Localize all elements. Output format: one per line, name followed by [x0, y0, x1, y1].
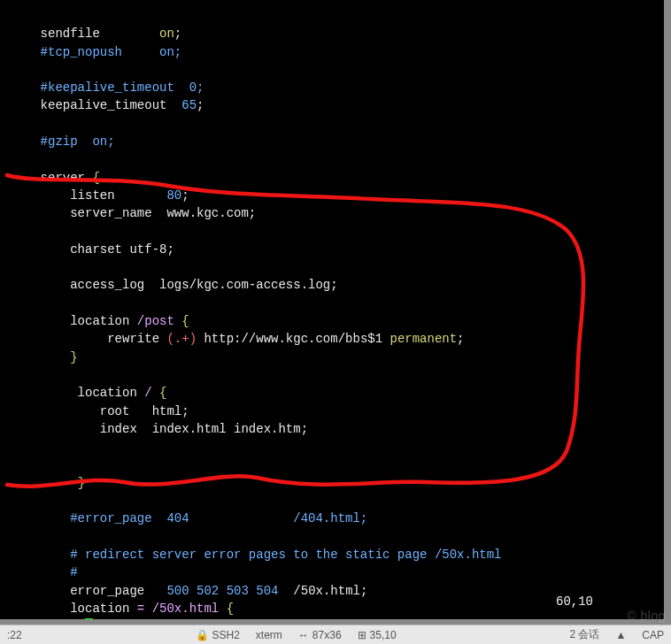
status-sessions: 2 会话: [569, 627, 599, 642]
code-number: 80: [166, 188, 181, 203]
grid-icon: ⊞: [358, 629, 366, 641]
code-line: rewrite: [11, 332, 166, 346]
code-path: /post: [137, 314, 181, 328]
status-term: xterm: [256, 629, 282, 641]
text-cursor: [85, 618, 93, 619]
code-comment: #tcp_nopush on;: [11, 45, 181, 59]
code-semicolon: ;: [181, 188, 189, 203]
code-comment: # redirect server error pages to the sta…: [11, 548, 502, 562]
code-semicolon: ;: [457, 332, 464, 346]
status-termsize: ↔ 87x36: [298, 629, 342, 641]
lock-icon: 🔒: [196, 629, 209, 641]
code-line: location: [11, 602, 137, 616]
status-caps: CAP: [642, 627, 664, 642]
code-line: /50x.html;: [279, 584, 368, 598]
code-line: sendfile: [11, 27, 159, 41]
code-indent: [11, 350, 70, 364]
code-line: location: [11, 314, 137, 328]
code-path: /: [144, 386, 159, 400]
status-time: :22: [7, 629, 22, 641]
code-semicolon: ;: [197, 98, 204, 112]
code-indent: [11, 476, 78, 490]
code-path: = /50x.html: [137, 602, 227, 616]
code-line: error_page: [11, 584, 166, 598]
code-line: server_name www.kgc.com;: [11, 206, 256, 220]
code-number: 503: [227, 584, 249, 598]
code-keyword: permanent: [389, 332, 457, 346]
status-bar: :22 🔒 SSH2 xterm ↔ 87x36 ⊞ 35,10 2 会话 ▲ …: [0, 625, 671, 644]
code-comment: #keepalive_timeout 0;: [11, 80, 204, 95]
code-semicolon: ;: [174, 27, 181, 41]
code-number: 502: [197, 584, 219, 598]
resize-icon: ↔: [298, 629, 309, 641]
code-regex: (.+): [166, 332, 197, 346]
code-comment: #error_page 404 /404.html;: [11, 511, 367, 525]
code-brace: {: [181, 314, 189, 328]
code-comment: #: [11, 565, 78, 579]
code-brace: {: [159, 386, 166, 400]
code-comment: #gzip on;: [11, 134, 115, 149]
code-brace: {: [227, 602, 234, 616]
code-line: index index.html index.htm;: [11, 422, 308, 436]
code-line: charset utf-8;: [11, 242, 174, 257]
code-keyword: on: [159, 27, 174, 41]
terminal-window[interactable]: sendfile on; #tcp_nopush on; #keepalive_…: [0, 0, 664, 619]
code-line: server: [11, 171, 92, 185]
code-line: access_log logs/kgc.com-access.log;: [11, 278, 338, 292]
code-line: listen: [11, 188, 166, 203]
watermark: © blog: [627, 609, 666, 623]
code-number: 504: [256, 584, 278, 598]
code-brace: }: [70, 350, 77, 364]
status-rowcol: ⊞ 35,10: [358, 629, 397, 641]
status-indicator: ▲: [615, 627, 626, 642]
code-line: root html;: [11, 404, 189, 418]
code-line: location: [11, 386, 144, 400]
code-number: 500: [166, 584, 189, 598]
vim-position: 60,10: [556, 593, 593, 610]
code-line: http://www.kgc.com/bbs$1: [197, 332, 389, 346]
code-line: keepalive_timeout: [11, 98, 181, 112]
code-number: 65: [181, 98, 197, 112]
status-ssh: 🔒 SSH2: [196, 629, 240, 641]
code-brace: {: [92, 171, 99, 185]
code-brace: }: [78, 476, 85, 490]
